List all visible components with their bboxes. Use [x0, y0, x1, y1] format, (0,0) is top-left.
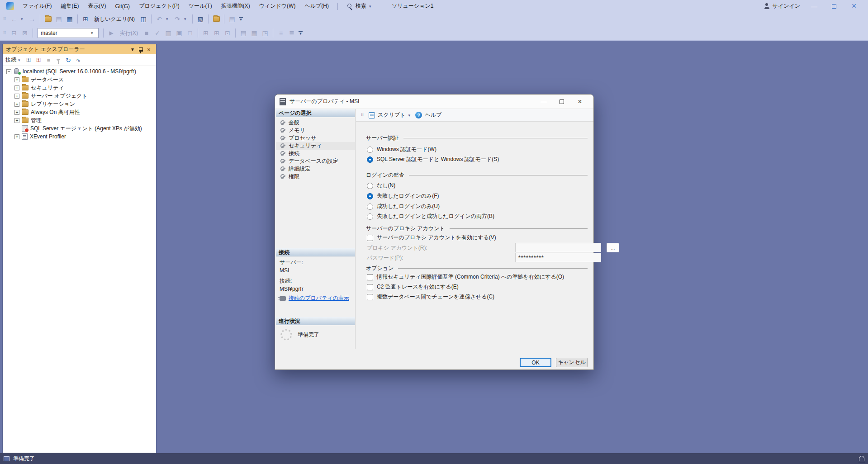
- page-item-security[interactable]: セキュリティ: [276, 142, 355, 150]
- dialog-minimize-button[interactable]: —: [535, 95, 553, 109]
- page-item-general[interactable]: 全般: [276, 119, 355, 127]
- radio-icon[interactable]: [367, 213, 373, 220]
- expand-icon[interactable]: +: [14, 118, 19, 123]
- menu-view[interactable]: 表示(V): [84, 0, 110, 12]
- sign-in-button[interactable]: サインイン: [760, 1, 804, 11]
- activity-monitor-button[interactable]: [211, 14, 221, 24]
- radio-icon[interactable]: [367, 204, 373, 210]
- navigate-back-button[interactable]: ←: [9, 14, 19, 24]
- database-combobox[interactable]: master ▾: [38, 28, 99, 38]
- radio-audit-failed[interactable]: 失敗したログインのみ(F): [367, 192, 439, 200]
- script-button[interactable]: スクリプト: [378, 111, 405, 119]
- redo-button[interactable]: ↷: [172, 14, 182, 24]
- radio-mixed-auth[interactable]: SQL Server 認証モードと Windows 認証モード(S): [367, 156, 499, 163]
- panel-pin-button[interactable]: [137, 45, 145, 53]
- menu-file[interactable]: ファイル(F): [19, 0, 56, 12]
- menu-git[interactable]: Git(G): [111, 1, 134, 11]
- help-button[interactable]: ヘルプ: [425, 111, 441, 119]
- save-all-button[interactable]: ▦: [65, 14, 75, 24]
- toolbar-overflow-button[interactable]: ▾: [239, 17, 243, 21]
- outline-button[interactable]: ◳: [260, 28, 270, 38]
- radio-icon[interactable]: [367, 147, 373, 153]
- results-file-button[interactable]: ⊡: [223, 28, 232, 38]
- expand-icon[interactable]: +: [14, 110, 19, 115]
- expand-icon[interactable]: +: [14, 134, 19, 139]
- change-connection-icon[interactable]: ⊠: [20, 28, 30, 38]
- toolbar-grip[interactable]: ⠿: [3, 32, 7, 35]
- tree-node-alwayson[interactable]: + Always On 高可用性: [3, 108, 156, 116]
- menu-project[interactable]: プロジェクト(P): [135, 0, 184, 12]
- expand-icon[interactable]: +: [14, 94, 19, 99]
- collapse-icon[interactable]: −: [6, 69, 11, 74]
- dialog-titlebar[interactable]: サーバーのプロパティ - MSI — ×: [275, 95, 593, 109]
- disconnect-server-icon[interactable]: ⚿: [34, 56, 43, 64]
- window-close-button[interactable]: ×: [844, 0, 863, 12]
- page-item-memory[interactable]: メモリ: [276, 127, 355, 134]
- menu-tools[interactable]: ツール(T): [185, 0, 216, 12]
- query-designer-button[interactable]: ▧: [195, 14, 205, 24]
- page-item-processors[interactable]: プロセッサ: [276, 134, 355, 142]
- radio-audit-both[interactable]: 失敗したログインと成功したログインの両方(B): [367, 213, 494, 220]
- dialog-maximize-button[interactable]: [553, 95, 571, 109]
- search-control[interactable]: 検索 ▾: [342, 1, 378, 11]
- refresh-icon[interactable]: ↻: [64, 56, 72, 64]
- window-restore-button[interactable]: [825, 0, 844, 12]
- tree-node-server[interactable]: − localhost (SQL Server 16.0.1000.6 - MS…: [3, 67, 156, 76]
- checkbox-icon[interactable]: [367, 294, 373, 300]
- radio-windows-auth[interactable]: Windows 認証モード(W): [367, 146, 436, 153]
- page-item-advanced[interactable]: 詳細設定: [276, 165, 355, 173]
- available-databases-icon[interactable]: ⊟: [9, 28, 19, 38]
- connect-dropdown[interactable]: 接続: [5, 56, 16, 64]
- script-caret-icon[interactable]: ▾: [408, 113, 413, 118]
- menu-extensions[interactable]: 拡張機能(X): [217, 0, 254, 12]
- checkbox-icon[interactable]: [367, 235, 373, 241]
- indent-button[interactable]: ≡: [276, 28, 286, 38]
- window-minimize-button[interactable]: —: [805, 0, 824, 12]
- open-file-button[interactable]: [43, 14, 53, 24]
- radio-audit-success[interactable]: 成功したログインのみ(U): [367, 203, 440, 210]
- redo-caret[interactable]: ▾: [183, 14, 190, 24]
- comment-button[interactable]: ▤: [238, 28, 248, 38]
- toolbar-overflow-button[interactable]: ▾: [299, 31, 303, 35]
- activity-pulse-icon[interactable]: ∿: [74, 56, 82, 64]
- menu-help[interactable]: ヘルプ(H): [300, 0, 333, 12]
- panel-close-button[interactable]: ×: [145, 45, 153, 53]
- object-explorer-titlebar[interactable]: オブジェクト エクスプローラー ▼ ×: [3, 44, 156, 54]
- page-item-connections[interactable]: 接続: [276, 150, 355, 157]
- save-button[interactable]: ▤: [54, 14, 64, 24]
- navigate-back-caret[interactable]: ▾: [20, 14, 26, 24]
- results-grid-button[interactable]: ⊞: [212, 28, 222, 38]
- tree-node-replication[interactable]: + レプリケーション: [3, 100, 156, 108]
- expand-icon[interactable]: +: [14, 102, 19, 107]
- execute-button[interactable]: 実行(X): [117, 29, 141, 37]
- browse-proxy-account-button[interactable]: ...: [607, 243, 619, 252]
- menu-window[interactable]: ウィンドウ(W): [255, 0, 300, 12]
- toolbar-grip[interactable]: ⠿: [3, 18, 7, 21]
- checkbox-cross-db-chaining[interactable]: 複数データベース間でチェーンを連係させる(C): [367, 293, 494, 301]
- tree-node-xevent-profiler[interactable]: + XEvent Profiler: [3, 133, 156, 141]
- radio-selected-icon[interactable]: [367, 193, 373, 199]
- query-options-button[interactable]: □: [185, 28, 195, 38]
- tree-node-security[interactable]: + セキュリティ: [3, 84, 156, 92]
- expand-icon[interactable]: +: [14, 85, 19, 90]
- ok-button[interactable]: OK: [520, 358, 551, 367]
- execute-play-icon[interactable]: ▶: [106, 28, 116, 38]
- radio-selected-icon[interactable]: [367, 156, 373, 163]
- page-item-database-settings[interactable]: データベースの設定: [276, 157, 355, 165]
- connect-server-icon[interactable]: ⚿: [24, 56, 33, 64]
- parse-button[interactable]: ✓: [152, 28, 162, 38]
- tree-node-databases[interactable]: + データベース: [3, 76, 156, 84]
- panel-menu-caret-icon[interactable]: ▼: [128, 45, 137, 53]
- cancel-button[interactable]: キャンセル: [556, 358, 588, 367]
- menu-edit[interactable]: 編集(E): [57, 0, 83, 12]
- open-query-icon[interactable]: ◫: [138, 14, 148, 24]
- proxy-account-input[interactable]: [515, 243, 601, 252]
- dialog-close-button[interactable]: ×: [571, 95, 589, 109]
- intellisense-button[interactable]: ▣: [174, 28, 184, 38]
- view-connection-properties-link[interactable]: 接続のプロパティの表示: [289, 294, 349, 302]
- undo-caret[interactable]: ▾: [165, 14, 171, 24]
- unindent-button[interactable]: ≣: [287, 28, 297, 38]
- checkbox-common-criteria[interactable]: 情報セキュリティ国際評価基準 (Common Criteria) への準拠を有効…: [367, 273, 564, 281]
- uncomment-button[interactable]: ▦: [249, 28, 259, 38]
- new-query-button[interactable]: 新しいクエリ(N): [91, 15, 138, 23]
